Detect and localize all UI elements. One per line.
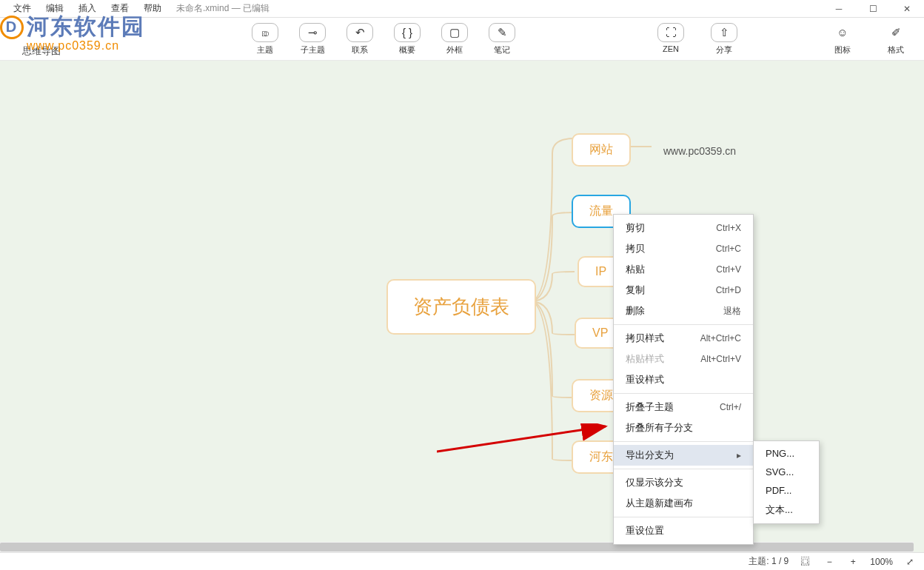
- ctx-sep: [614, 393, 753, 394]
- ctx-paste-style-label: 粘贴样式: [626, 352, 664, 366]
- summary-label: 概要: [399, 44, 415, 56]
- ctx-del-shortcut: 退格: [723, 305, 741, 318]
- ctx-show-only[interactable]: 仅显示该分支: [614, 472, 753, 493]
- zoom-out-button[interactable]: −: [823, 555, 836, 569]
- ctx-dup-label: 复制: [626, 284, 645, 297]
- zen-label: ZEN: [663, 44, 679, 53]
- titlebar: 文件 编辑 插入 查看 帮助 未命名.xmind — 已编辑 ─ ☐ ✕: [0, 0, 924, 18]
- ctx-cut[interactable]: 剪切Ctrl+X: [614, 218, 753, 238]
- horizontal-scrollbar[interactable]: [0, 542, 914, 552]
- node-website[interactable]: 网站: [572, 133, 631, 167]
- menu-help[interactable]: 帮助: [136, 2, 169, 15]
- ctx-new-canvas[interactable]: 从主题新建画布: [614, 493, 753, 514]
- ctx-export-label: 导出分支为: [626, 449, 674, 462]
- chevron-right-icon: ▸: [737, 450, 741, 460]
- export-png[interactable]: PNG...: [754, 444, 819, 463]
- note-button[interactable]: ✎ 笔记: [486, 23, 518, 56]
- ctx-reset-pos[interactable]: 重设位置: [614, 520, 753, 541]
- zoom-level[interactable]: 100%: [870, 557, 893, 567]
- tool-group-main: ⎄ 主题 ⊸ 子主题 ↶ 联系 { } 概要 ▢ 外框 ✎ 笔记: [249, 23, 518, 56]
- share-label: 分享: [716, 44, 732, 56]
- zen-icon: ⛶: [657, 23, 684, 42]
- menu-insert[interactable]: 插入: [71, 2, 104, 15]
- menu-file[interactable]: 文件: [6, 2, 38, 15]
- ctx-fold-all[interactable]: 折叠所有子分支: [614, 418, 753, 438]
- share-icon: ⇧: [711, 23, 737, 42]
- file-status: 已编辑: [243, 3, 270, 13]
- ctx-fold-all-label: 折叠所有子分支: [626, 421, 693, 435]
- scroll-thumb[interactable]: [0, 543, 914, 551]
- ctx-sep: [614, 469, 753, 469]
- ctx-copy-shortcut: Ctrl+C: [716, 244, 741, 254]
- format-label: 格式: [888, 44, 904, 56]
- subtopic-button[interactable]: ⊸ 子主题: [296, 23, 329, 56]
- iconset-button[interactable]: ☺ 图标: [826, 23, 859, 56]
- ctx-delete[interactable]: 删除退格: [614, 301, 753, 321]
- menu-view[interactable]: 查看: [104, 2, 136, 15]
- ctx-paste[interactable]: 粘贴Ctrl+V: [614, 259, 753, 280]
- maximize-button[interactable]: ☐: [856, 0, 890, 18]
- ctx-paste-style-shortcut: Alt+Ctrl+V: [700, 354, 741, 364]
- map-overview-icon[interactable]: ⿴: [799, 555, 812, 569]
- iconset-label: 图标: [834, 44, 851, 56]
- ctx-copy-style[interactable]: 拷贝样式Alt+Ctrl+C: [614, 328, 753, 349]
- export-text[interactable]: 文本...: [754, 500, 819, 520]
- tool-group-right: ⛶ ZEN ⇧ 分享 ☺ 图标 ✐ 格式: [654, 23, 912, 56]
- ctx-paste-style: 粘贴样式Alt+Ctrl+V: [614, 349, 753, 369]
- boundary-icon: ▢: [441, 23, 468, 42]
- topic-label: 主题: [257, 44, 273, 56]
- ctx-show-only-label: 仅显示该分支: [626, 476, 683, 489]
- ctx-sep: [614, 517, 753, 517]
- window-controls: ─ ☐ ✕: [822, 0, 924, 18]
- expand-icon[interactable]: ⤢: [903, 555, 917, 569]
- topic-icon: ⎄: [252, 23, 278, 42]
- ctx-duplicate[interactable]: 复制Ctrl+D: [614, 280, 753, 301]
- format-button[interactable]: ✐ 格式: [880, 23, 912, 56]
- ctx-paste-label: 粘贴: [626, 263, 645, 276]
- ctx-fold-sub[interactable]: 折叠子主题Ctrl+/: [614, 397, 753, 418]
- node-website-value[interactable]: www.pc0359.cn: [647, 138, 752, 164]
- zen-button[interactable]: ⛶ ZEN: [654, 23, 687, 56]
- ctx-del-label: 删除: [626, 304, 645, 318]
- ctx-cut-shortcut: Ctrl+X: [716, 223, 741, 233]
- ctx-reset-style[interactable]: 重设样式: [614, 369, 753, 390]
- boundary-button[interactable]: ▢ 外框: [438, 23, 471, 56]
- boundary-label: 外框: [446, 44, 463, 56]
- minimize-button[interactable]: ─: [822, 0, 856, 18]
- note-icon: ✎: [489, 23, 515, 42]
- context-menu: 剪切Ctrl+X 拷贝Ctrl+C 粘贴Ctrl+V 复制Ctrl+D 删除退格…: [613, 214, 754, 545]
- close-button[interactable]: ✕: [890, 0, 924, 18]
- ctx-sep: [614, 324, 753, 325]
- statusbar: 主题: 1 / 9 ⿴ − + 100% ⤢: [0, 552, 924, 570]
- ctx-cut-label: 剪切: [626, 221, 645, 235]
- export-submenu: PNG... SVG... PDF... 文本...: [753, 440, 820, 524]
- export-png-label: PNG...: [766, 448, 794, 459]
- menu-edit[interactable]: 编辑: [38, 2, 71, 15]
- relation-button[interactable]: ↶ 联系: [344, 23, 376, 56]
- topic-button[interactable]: ⎄ 主题: [249, 23, 281, 56]
- brush-icon: ✐: [883, 23, 909, 42]
- ctx-copy-style-label: 拷贝样式: [626, 332, 664, 345]
- node-center[interactable]: 资产负债表: [386, 279, 536, 335]
- relation-icon: ↶: [346, 23, 373, 42]
- ctx-copy[interactable]: 拷贝Ctrl+C: [614, 238, 753, 259]
- topic-count: 1 / 9: [771, 556, 789, 566]
- mindmap-canvas[interactable]: 资产负债表 网站 www.pc0359.cn 流量 IP VP 资源 河东 剪切…: [0, 61, 924, 552]
- ctx-fold-sub-label: 折叠子主题: [626, 400, 674, 414]
- tab-mindmap[interactable]: 思维导图: [15, 40, 68, 62]
- ctx-export-branch[interactable]: 导出分支为 ▸ PNG... SVG... PDF... 文本...: [614, 445, 753, 466]
- export-svg[interactable]: SVG...: [754, 463, 819, 481]
- ctx-reset-style-label: 重设样式: [626, 373, 664, 386]
- summary-button[interactable]: { } 概要: [391, 23, 424, 56]
- relation-label: 联系: [352, 44, 368, 56]
- ctx-sep: [614, 441, 753, 442]
- topic-label: 主题:: [749, 556, 769, 566]
- share-button[interactable]: ⇧ 分享: [708, 23, 740, 56]
- zoom-in-button[interactable]: +: [846, 555, 860, 569]
- subtopic-icon: ⊸: [299, 23, 326, 42]
- file-name: 未命名.xmind: [176, 3, 229, 13]
- export-pdf[interactable]: PDF...: [754, 481, 819, 500]
- subtopic-label: 子主题: [301, 44, 325, 56]
- ctx-reset-pos-label: 重设位置: [626, 524, 664, 537]
- topic-count-label: 主题: 1 / 9: [749, 555, 789, 568]
